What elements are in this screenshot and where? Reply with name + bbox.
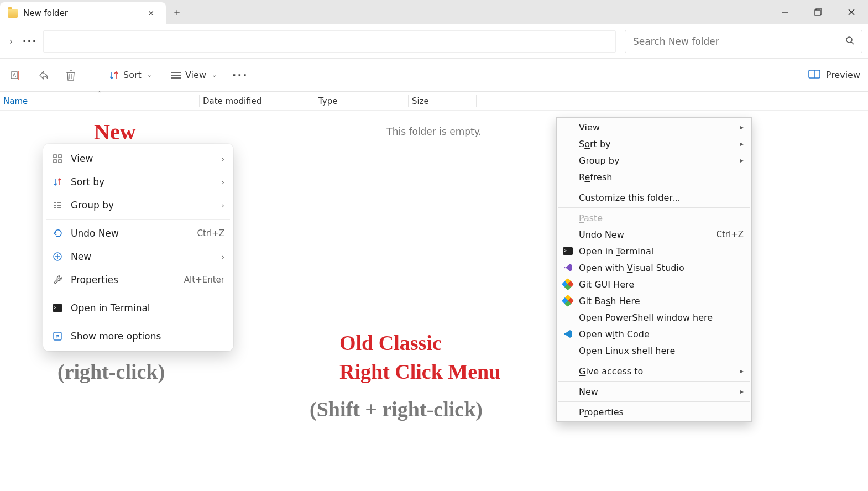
classic-item-open-code[interactable]: Open with Code (557, 326, 751, 342)
view-button[interactable]: View ⌄ (168, 67, 220, 82)
folder-icon (8, 9, 18, 18)
svg-rect-20 (59, 155, 61, 158)
menu-item-open-terminal[interactable]: Open in Terminal (43, 296, 233, 320)
sort-icon (52, 176, 63, 187)
svg-line-6 (851, 42, 854, 44)
share-button[interactable] (35, 67, 51, 83)
annotation-new-sub: (right-click) (57, 359, 165, 384)
classic-item-view[interactable]: View▸ (557, 119, 751, 135)
menu-divider (558, 401, 750, 402)
context-menu-new: View › Sort by › Group by › Undo New Ctr… (43, 144, 233, 351)
active-tab[interactable]: New folder ✕ (0, 2, 166, 24)
empty-folder-label: This folder is empty. (386, 126, 481, 137)
column-size[interactable]: Size (409, 92, 476, 110)
annotation-classic-sub: (Shift + right-click) (310, 397, 483, 421)
delete-button[interactable] (63, 67, 79, 83)
classic-item-open-linux[interactable]: Open Linux shell here (557, 342, 751, 359)
search-placeholder: Search New folder (633, 36, 845, 47)
search-icon (845, 36, 854, 47)
classic-item-new[interactable]: New▸ (557, 383, 751, 400)
classic-item-paste: Paste (557, 210, 751, 226)
classic-item-customize[interactable]: Customize this folder... (557, 189, 751, 206)
classic-item-open-vs[interactable]: Open with Visual Studio (557, 259, 751, 276)
preview-toggle[interactable]: Preview (808, 70, 860, 81)
tab-bar: New folder ✕ ＋ (0, 0, 868, 24)
menu-divider (46, 322, 230, 322)
chevron-down-icon: ⌄ (147, 71, 152, 79)
toolbar: A Sort ⌄ View ⌄ ··· Preview (0, 59, 868, 92)
menu-item-sort-by[interactable]: Sort by › (43, 170, 233, 194)
toolbar-separator (92, 67, 92, 83)
menu-divider (558, 381, 750, 382)
classic-item-git-bash[interactable]: Git Bash Here (557, 292, 751, 309)
address-search-row: › ··· Search New folder (0, 24, 868, 59)
column-date[interactable]: Date modified (200, 92, 315, 110)
column-headers: Name ⌃ Date modified Type Size (0, 92, 868, 111)
search-input[interactable]: Search New folder (625, 30, 862, 53)
recent-locations-button[interactable]: ··· (22, 34, 38, 49)
undo-icon (52, 228, 63, 239)
minimize-button[interactable] (768, 0, 802, 24)
rename-button[interactable]: A (8, 67, 23, 83)
svg-rect-19 (54, 155, 56, 158)
menu-item-group-by[interactable]: Group by › (43, 194, 233, 217)
vscode-icon (559, 330, 577, 338)
menu-divider (558, 187, 750, 187)
close-tab-button[interactable]: ✕ (146, 9, 156, 18)
git-icon (559, 280, 577, 289)
menu-item-new[interactable]: New › (43, 245, 233, 268)
menu-item-undo-new[interactable]: Undo New Ctrl+Z (43, 222, 233, 245)
git-icon (559, 296, 577, 305)
terminal-icon (52, 302, 63, 314)
list-icon (171, 71, 181, 79)
context-menu-classic: View▸ Sort by▸ Group by▸ Refresh Customi… (556, 117, 752, 422)
sort-button[interactable]: Sort ⌄ (106, 67, 155, 82)
classic-item-give-access[interactable]: Give access to▸ (557, 363, 751, 379)
new-tab-button[interactable]: ＋ (166, 0, 188, 24)
svg-text:A: A (13, 72, 17, 79)
svg-rect-2 (815, 10, 820, 15)
close-window-button[interactable] (835, 0, 868, 24)
classic-item-open-terminal[interactable]: Open in Terminal (557, 243, 751, 259)
view-label: View (185, 70, 206, 80)
visual-studio-icon (559, 263, 577, 272)
menu-divider (558, 361, 750, 361)
classic-item-git-gui[interactable]: Git GUI Here (557, 276, 751, 292)
maximize-button[interactable] (802, 0, 835, 24)
classic-item-open-powershell[interactable]: Open PowerShell window here (557, 309, 751, 326)
preview-label: Preview (826, 70, 860, 80)
classic-item-group-by[interactable]: Group by▸ (557, 152, 751, 169)
chevron-right-icon: › (222, 201, 224, 210)
window-controls (768, 0, 868, 24)
menu-divider (46, 219, 230, 220)
terminal-icon (559, 247, 577, 255)
nav-forward-icon[interactable]: › (6, 36, 17, 47)
classic-item-refresh[interactable]: Refresh (557, 169, 751, 185)
annotation-classic-2: Right Click Menu (339, 359, 500, 384)
column-type[interactable]: Type (315, 92, 408, 110)
chevron-right-icon: › (222, 253, 224, 261)
svg-rect-21 (54, 160, 56, 163)
menu-item-show-more[interactable]: Show more options (43, 325, 233, 348)
classic-item-undo-new[interactable]: Undo NewCtrl+Z (557, 226, 751, 243)
menu-divider (558, 207, 750, 208)
chevron-right-icon: › (222, 178, 224, 186)
menu-item-properties[interactable]: Properties Alt+Enter (43, 268, 233, 291)
classic-item-sort-by[interactable]: Sort by▸ (557, 135, 751, 152)
sort-label: Sort (123, 70, 142, 80)
tab-title: New folder (23, 8, 140, 18)
menu-divider (46, 294, 230, 294)
classic-item-properties[interactable]: Properties (557, 404, 751, 420)
address-bar[interactable] (43, 30, 616, 53)
svg-point-5 (846, 37, 852, 43)
preview-icon (808, 70, 820, 81)
menu-item-view[interactable]: View › (43, 147, 233, 170)
svg-rect-17 (809, 70, 820, 78)
chevron-right-icon: › (222, 155, 224, 163)
column-name[interactable]: Name ⌃ (0, 92, 199, 110)
grid-icon (52, 153, 63, 164)
more-options-button[interactable]: ··· (232, 67, 248, 83)
wrench-icon (52, 274, 63, 285)
sort-icon (109, 70, 119, 80)
sort-caret-icon: ⌃ (97, 90, 102, 96)
